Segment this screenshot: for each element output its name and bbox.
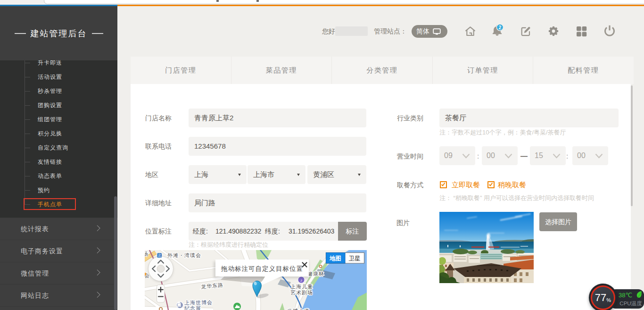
svg-text:地图: 地图 <box>329 255 341 262</box>
svg-text:北: 北 <box>157 253 161 258</box>
svg-text:纪念展: 纪念展 <box>184 305 201 310</box>
svg-text:2: 2 <box>499 25 502 30</box>
svg-text:场: 场 <box>145 251 149 257</box>
svg-text:世博大道: 世博大道 <box>287 308 310 310</box>
svg-text:龙华东路: 龙华东路 <box>201 282 224 289</box>
svg-text:艺术剧场: 艺术剧场 <box>290 290 313 295</box>
svg-text:健康林: 健康林 <box>307 271 324 276</box>
svg-text:卫星: 卫星 <box>349 255 361 262</box>
svg-text:♪: ♪ <box>300 278 303 283</box>
svg-text:上海世博会: 上海世博会 <box>184 300 213 305</box>
svg-text:拖动标注可自定义目标位置: 拖动标注可自定义目标位置 <box>221 265 303 272</box>
svg-text:外滩・湾璞会: 外滩・湾璞会 <box>167 252 201 258</box>
svg-text:上海儿童: 上海儿童 <box>290 284 313 289</box>
